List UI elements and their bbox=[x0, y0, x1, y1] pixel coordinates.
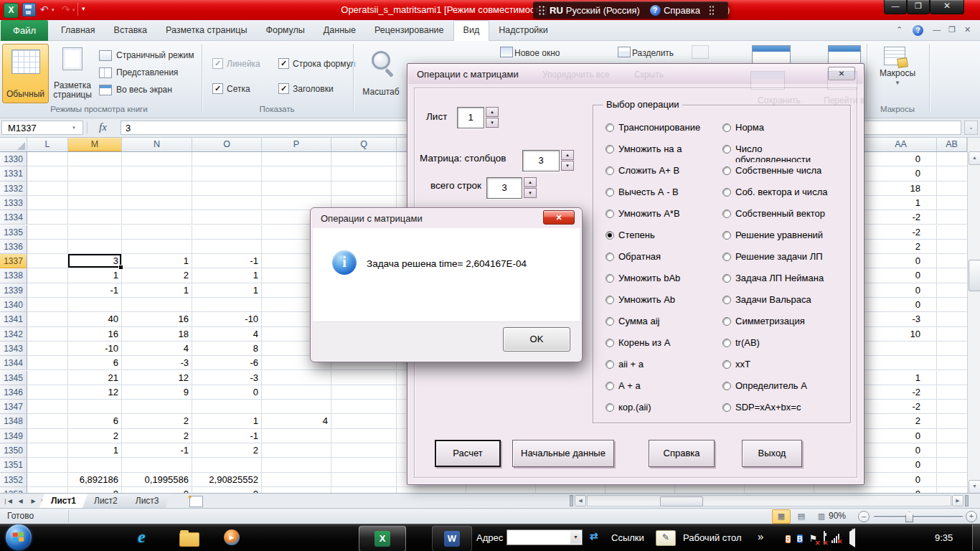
cell-M1338[interactable]: 1 bbox=[68, 268, 122, 283]
language-code[interactable]: RU bbox=[550, 5, 563, 16]
cell-AA1340[interactable]: 0 bbox=[865, 298, 937, 312]
radio-left-4[interactable] bbox=[606, 209, 614, 218]
ribbon-tab-3[interactable]: Формулы bbox=[256, 20, 314, 41]
cell-AA1330[interactable]: 0 bbox=[865, 152, 937, 166]
taskbar-excel-button[interactable]: X bbox=[359, 526, 406, 551]
row-header-1352[interactable]: 1352 bbox=[0, 473, 27, 487]
show-desktop-button[interactable] bbox=[972, 524, 980, 551]
cell-N1339[interactable]: 1 bbox=[122, 283, 192, 298]
cell-AA1333[interactable]: 1 bbox=[865, 196, 937, 210]
scrollbar-split-handle[interactable] bbox=[965, 495, 969, 507]
checkbox-icon[interactable]: ✓ bbox=[212, 83, 223, 94]
row-header-1348[interactable]: 1348 bbox=[0, 414, 27, 428]
radio-right-4[interactable] bbox=[722, 209, 731, 218]
radio-left-12[interactable] bbox=[606, 382, 614, 390]
sheet-tab-1[interactable]: Лист2 bbox=[83, 494, 129, 508]
cell-P1346[interactable] bbox=[262, 385, 331, 400]
first-sheet-icon[interactable]: ❘◀ bbox=[2, 496, 13, 507]
network-tray-icon[interactable]: ✕ bbox=[831, 534, 839, 543]
cell-M1351[interactable] bbox=[68, 458, 122, 472]
cell-M1346[interactable]: 12 bbox=[68, 385, 122, 400]
dialog-button-2[interactable]: Справка bbox=[649, 440, 715, 467]
cell-Q1330[interactable] bbox=[331, 152, 397, 166]
cell-AA1335[interactable]: -2 bbox=[865, 225, 937, 240]
links-label[interactable]: Ссылки bbox=[611, 532, 644, 543]
radio-right-12[interactable] bbox=[722, 382, 731, 390]
row-header-1333[interactable]: 1333 bbox=[0, 196, 27, 210]
select-all-corner[interactable] bbox=[0, 138, 27, 151]
column-header-O[interactable]: O bbox=[192, 138, 262, 151]
zoom-in-icon[interactable]: + bbox=[966, 511, 977, 522]
cell-O1353[interactable]: 0 bbox=[192, 487, 262, 493]
cell-Q1348[interactable] bbox=[331, 414, 397, 428]
cell-O1348[interactable]: 1 bbox=[192, 414, 262, 428]
cell-AA1351[interactable]: 0 bbox=[865, 458, 937, 472]
cell-O1335[interactable] bbox=[192, 225, 262, 240]
zoom-out-icon[interactable]: – bbox=[858, 511, 870, 522]
cell-M1342[interactable]: 16 bbox=[68, 327, 122, 342]
cell-O1350[interactable]: 2 bbox=[192, 443, 262, 458]
cell-N1346[interactable]: 9 bbox=[122, 385, 192, 400]
maximize-button[interactable]: ❐ bbox=[907, 0, 930, 14]
split-item[interactable]: Разделить bbox=[632, 48, 674, 58]
horizontal-scroll-thumb[interactable] bbox=[660, 496, 703, 507]
cell-M1331[interactable] bbox=[68, 166, 122, 181]
cell-AA1349[interactable]: 0 bbox=[865, 429, 937, 443]
ribbon-tab-6[interactable]: Вид bbox=[453, 20, 490, 41]
row-header-1334[interactable]: 1334 bbox=[0, 210, 27, 225]
radio-right-13[interactable] bbox=[722, 403, 731, 412]
row-header-1351[interactable]: 1351 bbox=[0, 458, 27, 472]
new-window-item[interactable]: Новое окно bbox=[514, 48, 560, 58]
row-header-1349[interactable]: 1349 bbox=[0, 429, 27, 443]
page-layout-button[interactable]: Разметка страницы bbox=[49, 44, 96, 102]
radio-right-11[interactable] bbox=[722, 360, 731, 369]
cell-O1330[interactable] bbox=[192, 152, 262, 166]
cell-AA1336[interactable]: 2 bbox=[865, 240, 937, 254]
cell-O1338[interactable]: 1 bbox=[192, 268, 262, 283]
cell-L1332[interactable] bbox=[27, 182, 68, 196]
cell-L1342[interactable] bbox=[27, 327, 68, 342]
cell-O1339[interactable]: 1 bbox=[192, 283, 262, 298]
cell-N1332[interactable] bbox=[122, 182, 192, 196]
cell-N1351[interactable] bbox=[122, 458, 192, 472]
cell-L1341[interactable] bbox=[27, 312, 68, 326]
row-header-1340[interactable]: 1340 bbox=[0, 298, 27, 312]
cell-AA1331[interactable]: 0 bbox=[865, 166, 937, 181]
cell-N1336[interactable] bbox=[122, 240, 192, 254]
cell-L1335[interactable] bbox=[27, 225, 68, 240]
cell-L1338[interactable] bbox=[27, 268, 68, 283]
cell-O1342[interactable]: 4 bbox=[192, 327, 262, 342]
grip-icon[interactable] bbox=[538, 5, 545, 15]
fill-handle[interactable] bbox=[118, 265, 123, 270]
cell-AA1345[interactable]: 1 bbox=[865, 371, 937, 385]
cell-O1351[interactable] bbox=[192, 458, 262, 472]
show-option-2[interactable]: ✓Сетка bbox=[212, 76, 278, 101]
name-box[interactable]: M1337 bbox=[1, 121, 83, 135]
cell-M1337[interactable]: 3 bbox=[68, 254, 122, 268]
dialog-button-3[interactable]: Выход bbox=[742, 440, 802, 467]
ribbon-tab-0[interactable]: Главная bbox=[52, 20, 105, 41]
cell-L1337[interactable] bbox=[27, 254, 68, 268]
ribbon-tab-4[interactable]: Данные bbox=[314, 20, 365, 41]
cell-M1350[interactable]: 1 bbox=[68, 443, 122, 458]
radio-left-2[interactable] bbox=[606, 166, 614, 175]
row-header-1330[interactable]: 1330 bbox=[0, 152, 27, 166]
cell-N1333[interactable] bbox=[122, 196, 192, 210]
cell-O1345[interactable]: -3 bbox=[192, 371, 262, 385]
cell-M1335[interactable] bbox=[68, 225, 122, 240]
radio-left-13[interactable] bbox=[606, 403, 614, 412]
spin-down-icon[interactable]: ▼ bbox=[486, 118, 499, 128]
row-header-1341[interactable]: 1341 bbox=[0, 312, 27, 326]
cell-Q1331[interactable] bbox=[331, 166, 397, 181]
cell-N1338[interactable]: 2 bbox=[122, 268, 192, 283]
cell-L1334[interactable] bbox=[27, 210, 68, 225]
row-header-1350[interactable]: 1350 bbox=[0, 443, 27, 458]
cell-L1333[interactable] bbox=[27, 196, 68, 210]
cell-L1348[interactable] bbox=[27, 414, 68, 428]
quick-access-more-icon[interactable]: ▾ bbox=[82, 5, 85, 12]
cell-M1348[interactable]: 6 bbox=[68, 414, 122, 428]
cell-P1351[interactable] bbox=[262, 458, 331, 472]
radio-right-3[interactable] bbox=[722, 188, 731, 197]
cell-P1332[interactable] bbox=[262, 182, 331, 196]
cell-M1347[interactable] bbox=[68, 400, 122, 414]
